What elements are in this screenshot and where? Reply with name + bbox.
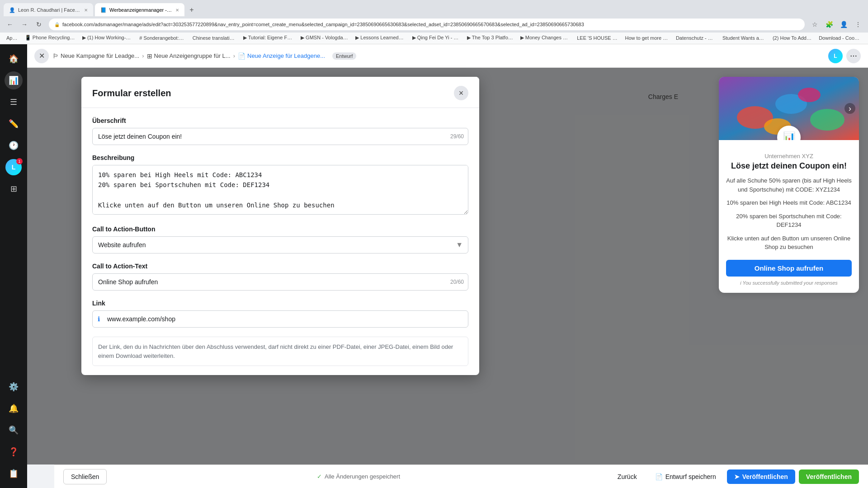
breadcrumb-campaign[interactable]: 🏳 Neue Kampagne für Leadge... bbox=[52, 52, 139, 60]
publish-green-button[interactable]: Veröffentlichen bbox=[799, 469, 859, 484]
modal-header: Formular erstellen × bbox=[81, 77, 479, 108]
bookmark-3[interactable]: # Sonderangebot: I... bbox=[137, 34, 188, 42]
bookmark-16[interactable]: Download - Cooki... bbox=[816, 34, 864, 42]
link-input[interactable] bbox=[92, 310, 468, 328]
beschreibung-textarea[interactable]: 10% sparen bei High Heels mit Code: ABC1… bbox=[92, 165, 468, 215]
cta-button-label: Call to Action-Button bbox=[92, 225, 468, 233]
new-tab-button[interactable]: + bbox=[186, 5, 197, 15]
draft-save-button[interactable]: 📄 Entwurf speichern bbox=[648, 469, 723, 484]
sidebar-search[interactable]: 🔍 bbox=[5, 421, 23, 439]
link-info-icon: ℹ bbox=[98, 315, 100, 323]
cta-button-select[interactable]: Website aufrufen bbox=[92, 236, 468, 253]
preview-logo-icon: 📊 bbox=[783, 131, 795, 140]
modal-close-button[interactable]: × bbox=[454, 86, 468, 100]
extensions-button[interactable]: 🧩 bbox=[823, 18, 835, 31]
bookmark-12[interactable]: How to get more v... bbox=[622, 34, 671, 42]
draft-badge: Entwurf bbox=[332, 52, 356, 60]
bookmark-9[interactable]: ▶ The Top 3 Platfor... bbox=[464, 34, 516, 42]
modal-overlay: Formular erstellen × Überschrift 29/60 bbox=[27, 68, 868, 465]
bookmark-10[interactable]: ▶ Money Changes E... bbox=[518, 34, 572, 42]
bookmark-15[interactable]: (2) How To Add ... bbox=[770, 34, 814, 42]
back-button-bottom[interactable]: Zurück bbox=[610, 469, 644, 484]
browser-chrome: 👤 Leon R. Chaudhari | Facebook ... ✕ 📘 W… bbox=[0, 0, 868, 32]
bookmark-14[interactable]: Student Wants an... bbox=[720, 34, 768, 42]
link-label: Link bbox=[92, 300, 468, 307]
bookmark-11[interactable]: LEE 'S HOUSE -... bbox=[574, 34, 620, 42]
bookmark-13[interactable]: Datenschutz - R... bbox=[673, 34, 718, 42]
menu-button[interactable]: ⋮ bbox=[852, 18, 864, 31]
sidebar-help[interactable]: ❓ bbox=[5, 443, 23, 461]
cta-button-select-wrapper: Website aufrufen ▼ bbox=[92, 236, 468, 253]
bookmark-6[interactable]: ▶ GMSN - Vologda-... bbox=[298, 34, 351, 42]
bookmark-2[interactable]: ▶ (1) How Working-a... bbox=[80, 34, 135, 42]
cta-text-counter: 20/60 bbox=[450, 279, 464, 285]
save-status: ✓ Alle Änderungen gespeichert bbox=[317, 473, 400, 480]
bookmark-8[interactable]: ▶ Qing Fei De Yi - Y... bbox=[410, 34, 462, 42]
sidebar-history[interactable]: 🕐 bbox=[5, 136, 23, 155]
left-sidebar: 🏠 📊 ☰ ✏️ 🕐 L 1 ⊞ ⚙️ 🔔 🔍 ❓ 📋 bbox=[0, 44, 27, 488]
preview-content: Unternehmen XYZ Löse jetzt deinen Coupon… bbox=[719, 140, 859, 293]
beschreibung-section: Beschreibung 10% sparen bei High Heels m… bbox=[92, 154, 468, 216]
tab-close-facebook[interactable]: ✕ bbox=[84, 8, 88, 13]
ueberschrift-input[interactable] bbox=[92, 128, 468, 145]
nav-user-avatar[interactable]: L bbox=[828, 49, 843, 63]
ads-nav-close-button[interactable]: ✕ bbox=[34, 49, 49, 63]
nav-more-button[interactable]: ⋯ bbox=[846, 49, 861, 63]
back-button[interactable]: ← bbox=[4, 18, 16, 31]
modal-body: Überschrift 29/60 Beschreibung 10% spare… bbox=[81, 108, 479, 375]
sidebar-pages[interactable]: 📋 bbox=[5, 465, 23, 483]
tab-ads-manager[interactable]: 📘 Werbeanzeigenmanager - Wer... ✕ bbox=[95, 3, 184, 17]
sidebar-avatar[interactable]: L 1 bbox=[5, 158, 23, 176]
bottom-actions: 📄 Entwurf speichern ➤ Veröffentlichen bbox=[648, 469, 795, 484]
bookmarks-bar: Apps 📱 Phone Recycling-... ▶ (1) How Wor… bbox=[0, 32, 868, 44]
bookmark-4[interactable]: Chinese translatio... bbox=[190, 34, 239, 42]
address-bar-row: ← → ↻ 🔒 facebook.com/adsmanager/manage/a… bbox=[0, 16, 868, 33]
bookmark-apps[interactable]: Apps bbox=[4, 34, 20, 42]
preview-desc-3: 20% sparen bei Sportschuhen mit Code: DE… bbox=[726, 212, 852, 230]
tab-close-ads[interactable]: ✕ bbox=[175, 8, 179, 13]
ueberschrift-counter: 29/60 bbox=[450, 133, 464, 140]
sidebar-apps[interactable]: ⊞ bbox=[5, 180, 23, 198]
sidebar-settings[interactable]: ⚙️ bbox=[5, 378, 23, 396]
sidebar-edit[interactable]: ✏️ bbox=[5, 115, 23, 133]
ueberschrift-input-wrapper: 29/60 bbox=[92, 128, 468, 145]
preview-image-container: 📊 › bbox=[719, 77, 859, 140]
bookmark-5[interactable]: ▶ Tutorial: Eigene Fa... bbox=[241, 34, 296, 42]
ueberschrift-section: Überschrift 29/60 bbox=[92, 117, 468, 145]
reload-button[interactable]: ↻ bbox=[33, 18, 45, 31]
preview-company: Unternehmen XYZ bbox=[726, 153, 852, 160]
sidebar-home[interactable]: 🏠 bbox=[5, 50, 23, 68]
sidebar-notifications[interactable]: 🔔 bbox=[5, 399, 23, 418]
forward-button[interactable]: → bbox=[18, 18, 31, 31]
ad-icon: 📄 bbox=[238, 52, 245, 60]
cta-button-section: Call to Action-Button Website aufrufen ▼ bbox=[92, 225, 468, 253]
publish-button[interactable]: ➤ Veröffentlichen bbox=[727, 469, 795, 484]
bookmark-button[interactable]: ☆ bbox=[808, 18, 821, 31]
adset-icon: ⊞ bbox=[147, 52, 152, 60]
preview-nav-arrow[interactable]: › bbox=[844, 103, 855, 114]
preview-desc-2: 10% sparen bei High Heels mit Code: ABC1… bbox=[726, 198, 852, 207]
check-icon: ✓ bbox=[317, 473, 322, 480]
breadcrumb: 🏳 Neue Kampagne für Leadge... › ⊞ Neue A… bbox=[52, 52, 325, 60]
beschreibung-label: Beschreibung bbox=[92, 154, 468, 161]
form-modal: Formular erstellen × Überschrift 29/60 bbox=[81, 77, 479, 375]
address-field[interactable]: 🔒 facebook.com/adsmanager/manage/ads/edi… bbox=[49, 19, 805, 30]
browser-actions: ☆ 🧩 👤 ⋮ bbox=[808, 18, 864, 31]
preview-desc-1: Auf alle Schuhe 50% sparen (bis auf High… bbox=[726, 176, 852, 194]
bookmark-1[interactable]: 📱 Phone Recycling-... bbox=[22, 34, 78, 42]
breadcrumb-ad[interactable]: 📄 Neue Anzeige für Leadgene... bbox=[238, 52, 325, 60]
profile-button[interactable]: 👤 bbox=[837, 18, 850, 31]
bookmark-7[interactable]: ▶ Lessons Learned f... bbox=[353, 34, 407, 42]
close-button[interactable]: Schließen bbox=[63, 469, 107, 484]
breadcrumb-adset[interactable]: ⊞ Neue Anzeigengruppe für L... bbox=[147, 52, 231, 60]
cta-button-value: Website aufrufen bbox=[98, 241, 146, 249]
sidebar-chart[interactable]: 📊 bbox=[5, 71, 23, 89]
preview-cta-button[interactable]: Online Shop aufrufen bbox=[726, 260, 852, 277]
tab-facebook[interactable]: 👤 Leon R. Chaudhari | Facebook ... ✕ bbox=[4, 3, 93, 17]
cta-text-input-wrapper: 20/60 bbox=[92, 273, 468, 291]
sidebar-menu[interactable]: ☰ bbox=[5, 93, 23, 111]
bottom-bar: Schließen ✓ Alle Änderungen gespeichert … bbox=[54, 465, 868, 488]
breadcrumb-sep-2: › bbox=[233, 52, 235, 59]
modal-title: Formular erstellen bbox=[92, 88, 171, 99]
cta-text-input[interactable] bbox=[92, 273, 468, 291]
